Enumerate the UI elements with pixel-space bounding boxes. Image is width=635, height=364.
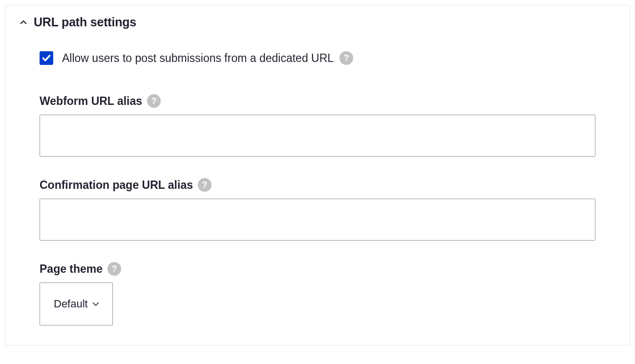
section-body: Allow users to post submissions from a d…	[5, 39, 630, 345]
help-icon[interactable]: ?	[198, 178, 212, 192]
page-theme-field: Page theme ? Default	[40, 262, 595, 325]
checkmark-icon	[42, 53, 51, 63]
help-icon[interactable]: ?	[339, 51, 353, 65]
confirmation-url-alias-input[interactable]	[40, 199, 595, 241]
chevron-up-icon	[19, 18, 28, 27]
url-path-settings-panel: URL path settings Allow users to post su…	[5, 5, 630, 345]
allow-dedicated-url-row: Allow users to post submissions from a d…	[40, 51, 595, 65]
page-theme-value: Default	[54, 298, 88, 310]
allow-dedicated-url-checkbox[interactable]	[40, 51, 53, 65]
section-summary-toggle[interactable]: URL path settings	[5, 5, 630, 39]
allow-dedicated-url-label: Allow users to post submissions from a d…	[62, 52, 334, 65]
page-theme-select[interactable]: Default	[40, 283, 113, 325]
page-theme-label: Page theme	[40, 263, 103, 276]
webform-url-alias-label: Webform URL alias	[40, 95, 142, 108]
webform-url-alias-field: Webform URL alias ?	[40, 94, 595, 157]
help-icon[interactable]: ?	[107, 262, 121, 276]
webform-url-alias-input[interactable]	[40, 115, 595, 157]
confirmation-url-alias-label: Confirmation page URL alias	[40, 179, 193, 192]
section-title: URL path settings	[34, 15, 136, 29]
confirmation-url-alias-field: Confirmation page URL alias ?	[40, 178, 595, 241]
chevron-down-icon	[91, 299, 101, 309]
help-icon[interactable]: ?	[147, 94, 161, 108]
